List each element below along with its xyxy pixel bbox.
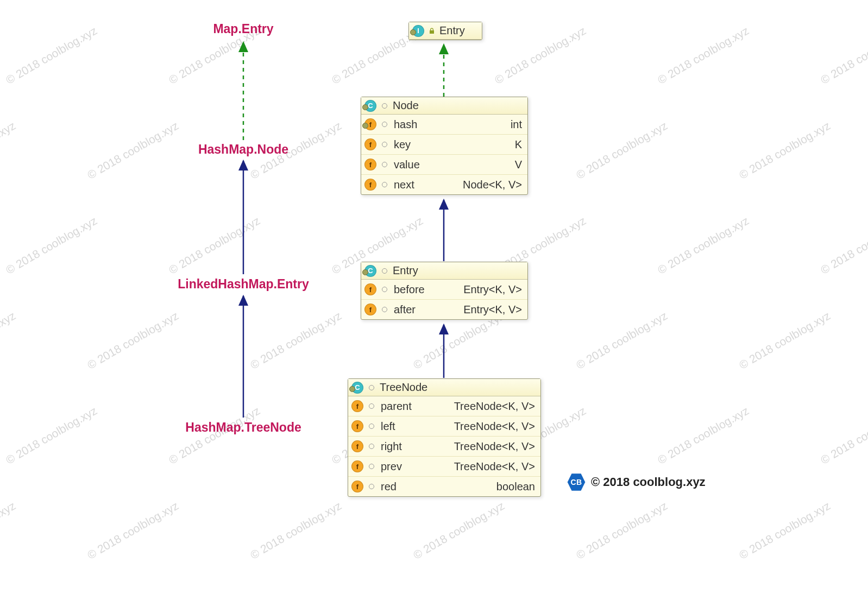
visibility-dot-icon xyxy=(369,444,374,449)
field-name: left xyxy=(381,420,395,433)
field-type: Entry<K, V> xyxy=(454,283,522,296)
field-icon: f xyxy=(351,400,363,412)
field-row: f after Entry<K, V> xyxy=(361,299,527,319)
field-icon: f xyxy=(351,481,363,492)
field-name: after xyxy=(394,304,416,316)
label-hashmap-treenode: HashMap.TreeNode xyxy=(185,420,301,435)
field-row: f next Node<K, V> xyxy=(361,174,527,194)
field-type: K xyxy=(505,138,522,151)
lock-icon xyxy=(427,27,436,35)
field-type: TreeNode<K, V> xyxy=(444,420,535,433)
field-row: f prev TreeNode<K, V> xyxy=(348,456,540,476)
visibility-dot-icon xyxy=(369,484,374,489)
field-name: prev xyxy=(381,460,402,473)
attribution: CB © 2018 coolblog.xyz xyxy=(567,473,706,491)
field-icon: f xyxy=(364,304,376,315)
field-type: V xyxy=(505,159,522,171)
class-entry-box: C Entry f before Entry<K, V> f after Ent… xyxy=(361,262,528,320)
visibility-dot-icon xyxy=(369,424,374,429)
class-treenode-box: C TreeNode f parent TreeNode<K, V> f lef… xyxy=(348,378,541,497)
class-icon: C xyxy=(364,100,376,112)
class-node-name: Node xyxy=(393,99,419,112)
field-icon: f xyxy=(351,440,363,452)
visibility-dot-icon xyxy=(369,385,374,390)
class-node-box: C Node f hash int f key K f value V xyxy=(361,97,528,195)
visibility-dot-icon xyxy=(382,307,387,312)
field-type: TreeNode<K, V> xyxy=(444,440,535,453)
field-icon: f xyxy=(364,159,376,170)
field-name: key xyxy=(394,138,411,151)
visibility-dot-icon xyxy=(382,182,387,187)
field-row: f hash int xyxy=(361,115,527,134)
label-hashmap-node: HashMap.Node xyxy=(198,142,288,157)
field-icon: f xyxy=(351,420,363,432)
diagram-stage: Map.Entry HashMap.Node LinkedHashMap.Ent… xyxy=(0,0,868,594)
field-row: f left TreeNode<K, V> xyxy=(348,416,540,436)
field-row: f parent TreeNode<K, V> xyxy=(348,396,540,416)
field-row: f right TreeNode<K, V> xyxy=(348,436,540,456)
label-linkedhashmap-entry: LinkedHashMap.Entry xyxy=(178,277,309,292)
field-type: TreeNode<K, V> xyxy=(444,400,535,413)
field-name: next xyxy=(394,179,414,191)
site-logo-icon: CB xyxy=(567,473,586,491)
field-type: int xyxy=(501,118,522,131)
attribution-text: © 2018 coolblog.xyz xyxy=(591,475,706,489)
field-type: Node<K, V> xyxy=(453,179,522,191)
visibility-dot-icon xyxy=(382,103,387,109)
field-type: boolean xyxy=(487,481,535,493)
field-row: f value V xyxy=(361,154,527,174)
visibility-dot-icon xyxy=(382,162,387,167)
interface-entry-name: Entry xyxy=(439,24,465,37)
field-row: f red boolean xyxy=(348,476,540,496)
field-name: before xyxy=(394,283,425,296)
field-name: value xyxy=(394,159,420,171)
field-icon: f xyxy=(364,118,376,130)
class-entry-name: Entry xyxy=(393,264,418,277)
field-row: f before Entry<K, V> xyxy=(361,280,527,299)
field-name: parent xyxy=(381,400,412,413)
class-treenode-name: TreeNode xyxy=(380,381,427,394)
field-icon: f xyxy=(351,460,363,472)
field-name: hash xyxy=(394,118,417,131)
class-icon: C xyxy=(364,265,376,277)
field-type: Entry<K, V> xyxy=(454,304,522,316)
visibility-dot-icon xyxy=(382,142,387,147)
field-name: right xyxy=(381,440,402,453)
class-icon: C xyxy=(351,382,363,394)
visibility-dot-icon xyxy=(369,464,374,469)
visibility-dot-icon xyxy=(382,268,387,274)
field-type: TreeNode<K, V> xyxy=(444,460,535,473)
interface-entry-box: I Entry xyxy=(408,22,482,40)
visibility-dot-icon xyxy=(369,403,374,409)
field-icon: f xyxy=(364,283,376,295)
field-name: red xyxy=(381,481,397,493)
visibility-dot-icon xyxy=(382,287,387,292)
field-row: f key K xyxy=(361,134,527,154)
field-icon: f xyxy=(364,138,376,150)
label-map-entry: Map.Entry xyxy=(213,22,273,36)
interface-icon: I xyxy=(412,25,424,37)
visibility-dot-icon xyxy=(382,122,387,127)
field-icon: f xyxy=(364,179,376,191)
